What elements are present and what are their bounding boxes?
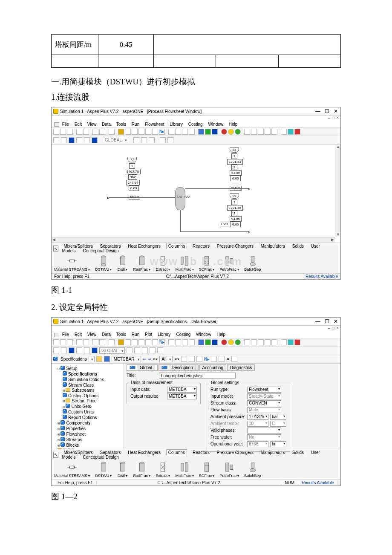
mdi-icon[interactable] bbox=[54, 122, 59, 127]
status-green-2[interactable] bbox=[235, 339, 241, 345]
tree-properties[interactable]: Properties bbox=[66, 426, 86, 431]
tool2-2[interactable] bbox=[125, 339, 131, 345]
tab2-hx[interactable]: Heat Exchangers bbox=[126, 450, 162, 455]
tab2-conceptual[interactable]: Conceptual Design bbox=[81, 454, 121, 460]
pointer-icon-2[interactable]: ↖ bbox=[53, 452, 58, 458]
t2-icon-6[interactable] bbox=[92, 137, 98, 143]
tab-solids[interactable]: Solids bbox=[291, 243, 306, 249]
menu2-window[interactable]: Window bbox=[196, 332, 211, 337]
aqua-icon-2[interactable] bbox=[288, 339, 294, 345]
next-button[interactable]: N▸ bbox=[159, 129, 165, 135]
tree-flowsheet[interactable]: Flowsheet bbox=[66, 432, 86, 436]
tree-streamcls[interactable]: Stream Class bbox=[68, 383, 94, 387]
pal2-scfrac[interactable]: SCFrac ▾ bbox=[199, 461, 215, 478]
glasses-icon-2[interactable] bbox=[152, 339, 158, 345]
tab-conceptual[interactable]: Conceptual Design bbox=[81, 248, 121, 254]
t22-1[interactable] bbox=[53, 347, 59, 353]
pal2-distl[interactable]: Distl ▾ bbox=[117, 461, 128, 478]
t22-10[interactable] bbox=[150, 347, 156, 353]
t22-8[interactable] bbox=[134, 347, 140, 353]
tool2-5[interactable] bbox=[145, 339, 151, 345]
status-yellow-icon[interactable] bbox=[228, 129, 234, 135]
t2-icon-1[interactable] bbox=[53, 137, 59, 143]
menu2-library[interactable]: Library bbox=[158, 332, 171, 337]
zoom-2-1[interactable] bbox=[244, 339, 250, 345]
bc-i5[interactable] bbox=[219, 356, 225, 362]
pal-batchsep[interactable]: BatchSep bbox=[244, 255, 261, 272]
run-stop-icon[interactable] bbox=[189, 129, 195, 135]
zoom-2-2[interactable] bbox=[251, 339, 257, 345]
minimize-button[interactable]: — bbox=[314, 108, 321, 114]
bc-i2[interactable] bbox=[189, 356, 195, 362]
tool-x-icon[interactable] bbox=[212, 129, 218, 135]
maximize-button[interactable]: ☐ bbox=[324, 108, 330, 114]
t22-2[interactable] bbox=[61, 347, 67, 353]
bc-units[interactable]: METCBAR bbox=[112, 356, 141, 362]
status-red-icon[interactable] bbox=[221, 129, 227, 135]
pal-extract[interactable]: Extract ▾ bbox=[156, 255, 170, 272]
print-icon-2[interactable] bbox=[76, 339, 82, 345]
menu-edit[interactable]: Edit bbox=[75, 122, 82, 127]
status-green-icon[interactable] bbox=[235, 129, 241, 135]
next-button-2[interactable]: N▸ bbox=[159, 339, 165, 345]
mdi-restore-2[interactable]: – bbox=[328, 326, 331, 330]
menu2-edit[interactable]: Edit bbox=[75, 332, 82, 337]
tab-hx[interactable]: Heat Exchangers bbox=[126, 243, 162, 249]
pal2-petrofrac[interactable]: PetroFrac ▾ bbox=[220, 461, 239, 478]
tool-blue-2[interactable] bbox=[198, 339, 204, 345]
gs-ap-v[interactable]: 1.01325 bbox=[247, 414, 268, 420]
menu-flowsheet[interactable]: Flowsheet bbox=[145, 122, 164, 127]
uom-out-select[interactable]: METCBA bbox=[167, 393, 197, 399]
lock-icon-2[interactable] bbox=[281, 339, 287, 345]
t22-7[interactable] bbox=[127, 347, 133, 353]
pal2-dstwu[interactable]: DSTWU ▾ bbox=[95, 461, 112, 478]
tree-unitsets[interactable]: Units-Sets bbox=[71, 404, 91, 409]
aqua-icon[interactable] bbox=[288, 129, 294, 135]
copy-icon[interactable] bbox=[92, 129, 98, 135]
zoom-2-4[interactable] bbox=[265, 339, 271, 345]
t2-icon-4[interactable] bbox=[76, 137, 82, 143]
mdi-icon-2[interactable] bbox=[54, 333, 59, 337]
zoom-icon-1[interactable] bbox=[244, 129, 250, 135]
preview-icon-2[interactable] bbox=[83, 339, 89, 345]
mdi-max-icon[interactable]: □ bbox=[332, 116, 334, 120]
gs-oy-u[interactable]: hr bbox=[270, 441, 286, 447]
t2-icon-7[interactable] bbox=[133, 137, 139, 143]
zoom-2-3[interactable] bbox=[258, 339, 264, 345]
pal2-streams[interactable]: Material STREAMS ▾ bbox=[54, 461, 90, 478]
paste-icon[interactable] bbox=[99, 129, 105, 135]
pal-multifrac[interactable]: MultiFrac ▾ bbox=[176, 255, 194, 272]
menu-window[interactable]: Window bbox=[208, 122, 223, 127]
t2-icon-8[interactable] bbox=[141, 137, 147, 143]
save-icon[interactable] bbox=[67, 129, 73, 135]
pal2-radfrac[interactable]: RadFrac ▾ bbox=[133, 461, 151, 478]
new-icon-2[interactable] bbox=[53, 339, 59, 345]
menu2-help[interactable]: Help bbox=[216, 332, 225, 337]
t2-icon-10[interactable] bbox=[160, 137, 166, 143]
tree-reportopt[interactable]: Report Options bbox=[68, 415, 97, 420]
tab2-columns[interactable]: Columns bbox=[166, 449, 187, 456]
tool2-4[interactable] bbox=[138, 339, 144, 345]
units-combo[interactable]: GLOBAL bbox=[103, 137, 128, 143]
save-icon-2[interactable] bbox=[67, 339, 73, 345]
menu-tools[interactable]: Tools bbox=[116, 122, 126, 127]
t2-icon-3[interactable] bbox=[69, 137, 75, 143]
glasses-icon[interactable] bbox=[152, 129, 158, 135]
help-icon-2[interactable] bbox=[109, 339, 115, 345]
bc-i4[interactable] bbox=[211, 356, 217, 362]
tree-simopt[interactable]: Simulation Options bbox=[68, 377, 104, 382]
lock-icon[interactable] bbox=[281, 129, 287, 135]
pointer-icon[interactable]: ↖ bbox=[53, 246, 58, 251]
menu-data[interactable]: Data bbox=[102, 122, 111, 127]
gs-fw[interactable]: No bbox=[247, 434, 281, 440]
tab-columns[interactable]: Columns bbox=[166, 243, 187, 249]
tool2-3[interactable] bbox=[132, 339, 138, 345]
gs-oy-v[interactable]: 8766 bbox=[247, 441, 268, 447]
menu2-costing[interactable]: Costing bbox=[176, 332, 190, 337]
uom-in-select[interactable]: METCBA bbox=[167, 387, 197, 393]
dstwu-block[interactable] bbox=[175, 187, 185, 210]
tab-manip[interactable]: Manipulators bbox=[259, 243, 287, 249]
bc-save-icon[interactable] bbox=[104, 356, 110, 362]
minimize-button-2[interactable]: — bbox=[314, 318, 321, 324]
tool-icon-1[interactable] bbox=[118, 129, 124, 135]
